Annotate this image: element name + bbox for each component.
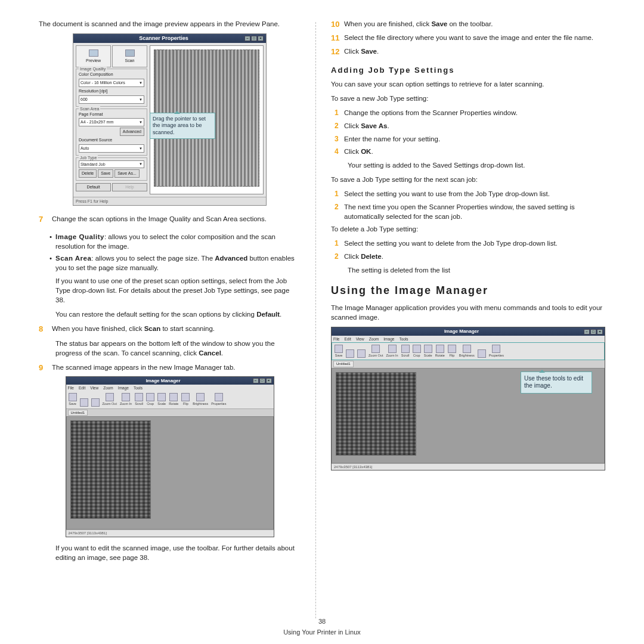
preview-tab[interactable]: Preview (76, 45, 111, 68)
page-format-select[interactable]: A4 - 210x297 mm▼ (79, 118, 144, 126)
minimize-icon[interactable]: – (253, 378, 259, 383)
menu-tools[interactable]: Tools (399, 336, 408, 342)
tool-redo[interactable] (357, 349, 366, 358)
flip-icon (448, 345, 456, 353)
tool-undo[interactable] (80, 398, 88, 407)
tool-scale[interactable]: Scale (157, 393, 166, 407)
undo-icon (346, 349, 354, 358)
save-next-intro: To save a Job Type setting for the next … (331, 175, 605, 184)
chevron-down-icon: ▼ (139, 80, 143, 85)
step-number: 1 (331, 239, 344, 249)
step-number: 7 (39, 214, 52, 228)
save-button[interactable]: Save (98, 169, 113, 178)
document-source-select[interactable]: Auto▼ (79, 144, 144, 153)
resolution-select[interactable]: 600▼ (79, 95, 144, 104)
im-toolbar: Save Zoom Out Zoom In Scroll Crop Scale … (66, 391, 274, 409)
bullet-icon: • (49, 253, 55, 273)
default-button[interactable]: Default (76, 183, 111, 191)
step-number: 3 (331, 134, 344, 144)
im-title: Image Manager (444, 328, 479, 335)
chevron-down-icon: ▼ (139, 162, 143, 166)
im-menubar[interactable]: File Edit View Zoom Image Tools (332, 336, 605, 342)
menu-tools[interactable]: Tools (134, 385, 143, 391)
zoom-in-icon (122, 393, 130, 401)
tool-redo[interactable] (91, 398, 100, 407)
close-icon[interactable]: × (266, 378, 272, 383)
tool-brightness[interactable]: Brightness (193, 393, 208, 407)
scan-tab[interactable]: Scan (112, 45, 147, 68)
tool-zoom-in[interactable]: Zoom In (120, 393, 132, 407)
tool-crop[interactable]: Crop (413, 345, 421, 358)
brightness-icon (463, 345, 471, 353)
tool-scroll[interactable]: Scroll (135, 393, 143, 407)
delete-intro: To delete a Job Type setting: (331, 224, 605, 234)
tool-rotate[interactable]: Rotate (435, 345, 445, 358)
tool-save[interactable]: Save (335, 345, 343, 358)
tool-properties[interactable]: Properties (489, 345, 504, 358)
maximize-icon[interactable]: □ (590, 329, 596, 335)
tool-brightness[interactable]: Brightness (459, 345, 475, 358)
redo-icon (91, 398, 100, 407)
menu-zoom[interactable]: Zoom (369, 336, 379, 342)
im-doc-tab[interactable]: Untitled1 (68, 410, 88, 416)
scale-icon (157, 393, 166, 401)
bullet-icon: • (49, 232, 55, 251)
minimize-icon[interactable]: – (584, 329, 590, 335)
tool-zoom-out[interactable]: Zoom Out (369, 345, 383, 358)
menu-edit[interactable]: Edit (344, 336, 351, 342)
properties-icon (492, 345, 500, 353)
menu-image[interactable]: Image (118, 385, 129, 391)
maximize-icon[interactable]: □ (259, 378, 265, 383)
document-source-label: Document Source (79, 137, 144, 143)
im-canvas[interactable]: Use these tools to edit the image. (332, 368, 605, 463)
close-icon[interactable]: × (597, 329, 603, 335)
tool-scroll[interactable]: Scroll (401, 345, 410, 358)
advanced-button[interactable]: Advanced (120, 128, 144, 136)
minimize-icon[interactable]: – (244, 36, 250, 41)
help-button[interactable]: Help (112, 183, 147, 191)
job-type-select[interactable]: Standard Job▼ (79, 160, 144, 169)
page-footer: 38 Using Your Printer in Linux (0, 617, 644, 637)
tool-undo[interactable] (346, 349, 354, 358)
tool-properties[interactable]: Properties (211, 393, 226, 407)
menu-edit[interactable]: Edit (79, 385, 85, 391)
delete-button[interactable]: Delete (79, 169, 97, 178)
tool-crop[interactable]: Crop (146, 393, 154, 407)
tool-effect[interactable] (478, 349, 486, 358)
chevron-down-icon: ▼ (139, 120, 143, 125)
menu-image[interactable]: Image (383, 336, 394, 342)
close-icon[interactable]: × (258, 36, 264, 41)
tool-flip[interactable]: Flip (448, 345, 456, 358)
scroll-icon (401, 345, 410, 353)
step11-text: Select the file directory where you want… (344, 33, 605, 44)
menu-file[interactable]: File (333, 336, 339, 342)
maximize-icon[interactable]: □ (251, 36, 257, 41)
im-title: Image Manager (145, 377, 180, 384)
tool-scale[interactable]: Scale (424, 345, 432, 358)
step9-text: The scanned image appears in the new Ima… (52, 363, 301, 373)
chevron-down-icon: ▼ (139, 97, 143, 102)
im-menubar[interactable]: File Edit View Zoom Image Tools (66, 385, 274, 391)
im-titlebar: Image Manager – □ × (66, 377, 274, 385)
tool-rotate[interactable]: Rotate (169, 393, 178, 407)
im-canvas[interactable] (66, 416, 274, 530)
scroll-icon (135, 393, 143, 401)
status-bar: Press F1 for Help (73, 197, 266, 206)
menu-file[interactable]: File (68, 385, 74, 391)
save-as-button[interactable]: Save As... (114, 169, 140, 178)
im-doc-tab[interactable]: Untitled1 (333, 361, 354, 367)
menu-view[interactable]: View (356, 336, 364, 342)
save-icon (335, 345, 343, 353)
tool-flip[interactable]: Flip (181, 393, 190, 407)
scanner-title: Scanner Properties (139, 35, 188, 42)
menu-zoom[interactable]: Zoom (103, 385, 113, 391)
menu-view[interactable]: View (90, 385, 98, 391)
tool-zoom-in[interactable]: Zoom In (386, 345, 398, 358)
color-composition-select[interactable]: Color - 16 Million Colors▼ (79, 79, 144, 87)
sn-tail: Your setting is added to the Saved Setti… (348, 160, 605, 170)
image-manager-window-large: Image Manager – □ × File Edit View Zoom … (331, 327, 605, 470)
tool-save[interactable]: Save (69, 393, 77, 407)
tool-zoom-out[interactable]: Zoom Out (103, 393, 117, 407)
scanner-titlebar: Scanner Properties – □ × (73, 34, 266, 43)
step-number: 8 (39, 324, 52, 335)
